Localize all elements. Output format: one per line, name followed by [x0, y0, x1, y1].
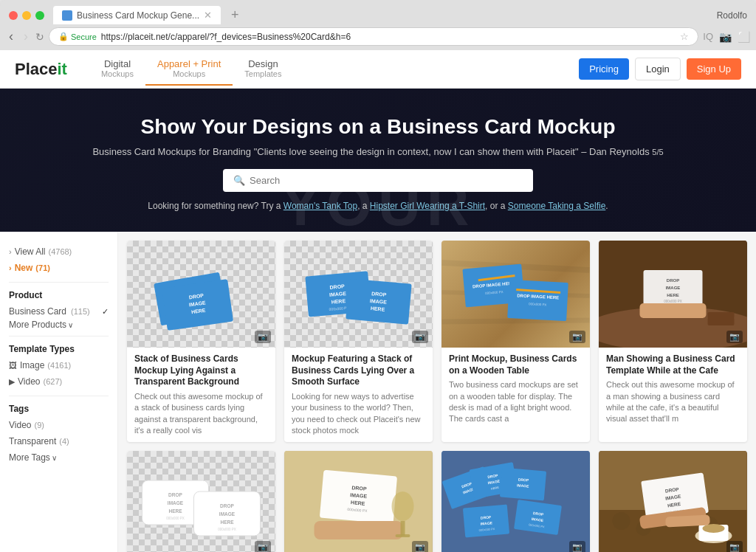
secure-indicator: 🔒 Secure — [58, 32, 97, 41]
card-4-image: DROP IMAGE HERE 000x000 PX — [599, 241, 747, 348]
sidebar-tag-transparent[interactable]: Transparent (4) — [9, 433, 109, 449]
svg-text:HERE: HERE — [168, 508, 182, 514]
url-display: https://placeit.net/c/apparel/?f_devices… — [101, 32, 676, 42]
sidebar-tags-section: Tags — [9, 404, 109, 414]
sidebar-product-section: Product — [9, 290, 109, 300]
new-tab-button[interactable]: + — [227, 6, 244, 24]
pricing-button[interactable]: Pricing — [579, 58, 629, 80]
card-2-title: Mockup Featuring a Stack of Business Car… — [292, 353, 425, 388]
card-2-image: DROP IMAGE HERE 000x000 PX DROP IMAGE HE… — [284, 241, 433, 348]
card-rounded-stack[interactable]: DROP IMAGE HERE 000x000 PX DROP IMAGE HE… — [127, 451, 275, 552]
card-multiple-angled[interactable]: DROP IMAGE DROP IMAGE HERE DROP IMAGE — [441, 451, 590, 552]
camera-icon-2: 📷 — [412, 331, 428, 343]
lock-icon: 🔒 — [58, 32, 69, 41]
site-navbar: Placeit Digital Mockups Apparel + Print … — [0, 50, 756, 89]
camera-icon-7: 📷 — [569, 541, 585, 552]
tab-title: Business Card Mockup Gene... — [77, 10, 199, 21]
back-button[interactable]: ‹ — [6, 29, 16, 44]
card-2-body: Mockup Featuring a Stack of Business Car… — [284, 348, 433, 442]
minimize-button[interactable] — [22, 11, 31, 20]
svg-line-20 — [442, 320, 590, 322]
sidebar-template-types: Template Types — [9, 344, 109, 354]
site-content: Placeit Digital Mockups Apparel + Print … — [0, 50, 756, 552]
card-4-title: Man Showing a Business Card Template Whi… — [606, 353, 740, 376]
nav-digital[interactable]: Digital Mockups — [89, 52, 145, 86]
login-button[interactable]: Login — [635, 58, 681, 80]
camera-icon-8: 📷 — [726, 541, 743, 552]
check-icon: ✓ — [102, 307, 109, 317]
sidebar-more-tags[interactable]: More Tags ∨ — [9, 452, 109, 463]
card-wood-table[interactable]: DROP IMAGE HERE 000x000 PX DROP IMAGE HE… — [441, 241, 590, 442]
camera-icon-3: 📷 — [569, 331, 585, 343]
nav-actions: Pricing Login Sign Up — [579, 58, 741, 80]
suggestion-link-3[interactable]: Someone Taking a Selfie — [508, 201, 606, 211]
svg-rect-58 — [401, 521, 405, 536]
card-3-title: Print Mockup, Business Cards on a Wooden… — [449, 353, 583, 376]
svg-point-57 — [392, 491, 414, 521]
card-2-desc: Looking for new ways to advertise your b… — [292, 391, 425, 437]
sidebar-more-products[interactable]: More Products ∨ — [9, 320, 109, 330]
card-6-image: DROP IMAGE HERE 000x000 PX — [284, 451, 433, 552]
svg-text:IMAGE: IMAGE — [219, 511, 236, 517]
camera-icon-4: 📷 — [726, 331, 743, 343]
card-1-title: Stack of Business Cards Mockup Lying Aga… — [134, 353, 268, 388]
sidebar-business-card[interactable]: Business Card (115) ✓ — [9, 303, 109, 320]
sidebar-tag-video[interactable]: Video (9) — [9, 417, 109, 433]
forward-button[interactable]: › — [21, 29, 31, 44]
extension-icon-3: ⬜ — [738, 31, 750, 43]
svg-rect-25 — [507, 280, 568, 321]
tab-close-icon[interactable]: ✕ — [204, 10, 212, 21]
svg-text:HERE: HERE — [220, 520, 234, 525]
chevron-down-icon: ∨ — [68, 321, 73, 329]
svg-text:IMAGE: IMAGE — [168, 500, 184, 506]
camera-icon-5: 📷 — [255, 541, 271, 552]
bookmark-icon[interactable]: ☆ — [680, 31, 689, 42]
maximize-button[interactable] — [35, 11, 44, 20]
card-1-desc: Check out this awesome mockup of a stack… — [134, 391, 268, 437]
address-bar[interactable]: 🔒 Secure https://placeit.net/c/apparel/?… — [49, 27, 698, 46]
card-5-image: DROP IMAGE HERE 000x000 PX DROP IMAGE HE… — [127, 451, 275, 552]
hero-section: YOUR Show Your Designs on a Business Car… — [0, 89, 756, 232]
camera-icon-1: 📷 — [255, 331, 271, 343]
user-name-display: Rodolfo — [717, 10, 747, 21]
card-7-image: DROP IMAGE DROP IMAGE HERE DROP IMAGE — [441, 451, 590, 552]
svg-text:DROP: DROP — [667, 278, 679, 283]
content-area: › View All (4768) › New (71) Product Bus… — [0, 232, 756, 552]
refresh-button[interactable]: ↻ — [35, 31, 44, 43]
main-grid-area: DROP IMAGE HERE 000x000 PX DROP IMAGE HE… — [118, 232, 756, 552]
nav-apparel[interactable]: Apparel + Print Mockups — [145, 52, 233, 86]
sidebar-view-all[interactable]: › View All (4768) — [9, 244, 109, 260]
sidebar: › View All (4768) › New (71) Product Bus… — [0, 232, 118, 552]
sidebar-image[interactable]: 🖼 Image (4161) — [9, 357, 109, 373]
nav-design[interactable]: Design Templates — [233, 52, 293, 86]
svg-point-87 — [703, 524, 725, 533]
extension-icon-2: 📷 — [719, 31, 732, 43]
sidebar-video[interactable]: ▶ Video (627) — [9, 373, 109, 390]
signup-button[interactable]: Sign Up — [687, 58, 741, 80]
extension-icon-1: IQ — [703, 31, 713, 42]
hero-subtitle: Business Card Mockups for Branding "Clie… — [15, 146, 741, 157]
card-3-image: DROP IMAGE HERE 000x000 PX DROP IMAGE HE… — [441, 241, 590, 348]
svg-rect-59 — [396, 534, 410, 537]
card-businessman-cafe[interactable]: DROP IMAGE HERE 000x000 PX 📷 — [599, 451, 747, 552]
close-button[interactable] — [9, 11, 18, 20]
svg-rect-56 — [315, 521, 403, 539]
card-stack-smooth[interactable]: DROP IMAGE HERE 000x000 PX DROP IMAGE HE… — [284, 241, 433, 442]
svg-text:000x000 PX: 000x000 PX — [218, 528, 236, 531]
search-icon: 🔍 — [233, 175, 245, 186]
site-logo[interactable]: Placeit — [15, 60, 67, 79]
camera-icon-6: 📷 — [412, 541, 428, 552]
card-1-body: Stack of Business Cards Mockup Lying Aga… — [127, 348, 275, 442]
hero-bg-text: YOUR — [281, 171, 475, 232]
svg-point-81 — [613, 512, 630, 530]
svg-text:000x000 PX: 000x000 PX — [166, 517, 185, 520]
card-1-image: DROP IMAGE HERE 000x000 PX DROP IMAGE HE… — [127, 241, 275, 348]
browser-tab[interactable]: Business Card Mockup Gene... ✕ — [53, 6, 221, 24]
card-hand-wine[interactable]: DROP IMAGE HERE 000x000 PX — [284, 451, 433, 552]
mockup-grid: DROP IMAGE HERE 000x000 PX DROP IMAGE HE… — [127, 241, 747, 552]
card-4-desc: Check out this awesome mockup of a man s… — [606, 379, 740, 425]
card-stack-transparent[interactable]: DROP IMAGE HERE 000x000 PX DROP IMAGE HE… — [127, 241, 275, 442]
sidebar-new[interactable]: › New (71) — [9, 260, 109, 276]
svg-text:DROP: DROP — [220, 503, 234, 508]
card-cafe-man[interactable]: DROP IMAGE HERE 000x000 PX — [599, 241, 747, 442]
